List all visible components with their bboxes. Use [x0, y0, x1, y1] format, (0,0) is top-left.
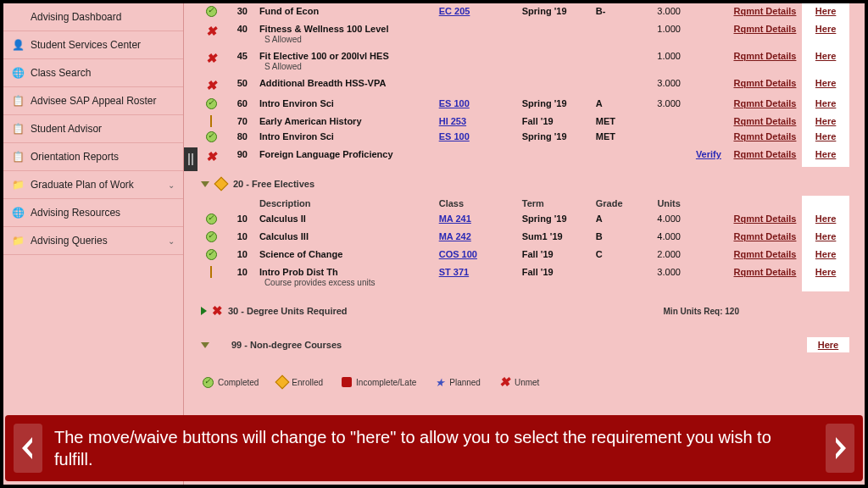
- rqmnt-details-link[interactable]: Rqmnt Details: [733, 131, 796, 141]
- sidebar-item-advising-queries[interactable]: 📁Advising Queries⌄: [3, 227, 183, 255]
- table-row: ✖90Foreign Language ProficiencyVerifyRqm…: [199, 147, 849, 167]
- row-term: Fall '19: [519, 114, 593, 129]
- unmet-icon: ✖: [206, 24, 217, 38]
- here-link[interactable]: Here: [815, 78, 836, 88]
- row-note: S Allowed: [259, 34, 432, 46]
- row-desc: Fund of Econ: [256, 3, 436, 21]
- row-seq: 10: [224, 247, 256, 264]
- row-note: S Allowed: [259, 61, 432, 73]
- table-row: 10Calculus IIIMA 242Sum1 '19B4.000Rqmnt …: [199, 229, 849, 247]
- rqmnt-details-link[interactable]: Rqmnt Details: [733, 267, 796, 277]
- sidebar-item-grad-plan[interactable]: 📁Graduate Plan of Work⌄: [3, 171, 183, 199]
- rqmnt-details-link[interactable]: Rqmnt Details: [733, 214, 796, 224]
- row-units: [643, 129, 693, 147]
- list-icon: 📋: [12, 151, 24, 163]
- row-grade: [593, 264, 643, 291]
- table-row: 10Intro Prob Dist ThCourse provides exce…: [199, 264, 849, 291]
- rqmnt-details-link[interactable]: Rqmnt Details: [733, 149, 796, 159]
- sidebar-item-student-advisor[interactable]: 📋Student Advisor: [3, 115, 183, 143]
- sidebar-item-sap-appeal[interactable]: 📋Advisee SAP Appeal Roster: [3, 87, 183, 115]
- sidebar-item-student-services[interactable]: 👤Student Services Center: [3, 31, 183, 59]
- row-grade: A: [593, 211, 643, 229]
- unmet-icon: ✖: [206, 51, 217, 65]
- rqmnt-details-link[interactable]: Rqmnt Details: [733, 231, 796, 241]
- table-row: 10Science of ChangeCOS 100Fall '19C2.000…: [199, 247, 849, 264]
- section-free-electives[interactable]: 20 - Free Electives: [199, 167, 849, 196]
- sidebar-item-orientation-reports[interactable]: 📋Orientation Reports: [3, 143, 183, 171]
- sidebar-item-label: Advising Queries: [31, 235, 108, 247]
- class-link[interactable]: MA 242: [439, 231, 471, 241]
- verify-link[interactable]: Verify: [696, 149, 721, 159]
- class-link[interactable]: ST 371: [439, 267, 469, 277]
- row-term: Spring '19: [519, 3, 593, 21]
- here-link[interactable]: Here: [815, 149, 836, 159]
- caption-text: The move/waive buttons will change to "h…: [54, 426, 814, 470]
- here-link[interactable]: Here: [815, 6, 836, 16]
- rqmnt-details-link[interactable]: Rqmnt Details: [733, 116, 796, 126]
- next-button[interactable]: [826, 424, 854, 473]
- chevron-down-icon: ⌄: [168, 236, 175, 246]
- row-units: 1.000: [643, 48, 693, 75]
- row-units: 4.000: [643, 229, 693, 247]
- class-link[interactable]: ES 100: [439, 98, 470, 108]
- table-row: 80Intro Environ SciES 100Spring '19METRq…: [199, 129, 849, 147]
- here-link[interactable]: Here: [815, 116, 836, 126]
- here-link[interactable]: Here: [815, 98, 836, 108]
- rqmnt-details-link[interactable]: Rqmnt Details: [733, 6, 796, 16]
- row-desc: Science of Change: [256, 247, 436, 264]
- enrolled-icon: [210, 266, 212, 278]
- row-seq: 45: [224, 48, 256, 75]
- row-desc: Early American History: [256, 114, 436, 129]
- list-icon: 📋: [12, 95, 24, 107]
- sidebar-item-label: Advisee SAP Appeal Roster: [31, 95, 157, 107]
- folder-icon: 📁: [12, 235, 24, 247]
- unmet-icon: ✖: [206, 149, 217, 164]
- person-icon: 👤: [12, 39, 24, 51]
- rqmnt-details-link[interactable]: Rqmnt Details: [733, 51, 796, 61]
- row-seq: 70: [224, 114, 256, 129]
- row-term: Sum1 '19: [519, 229, 593, 247]
- class-link[interactable]: COS 100: [439, 249, 477, 259]
- here-link[interactable]: Here: [815, 231, 836, 241]
- requirements-table-1: 30Fund of EconEC 205Spring '19B-3.000Rqm…: [199, 3, 849, 167]
- row-seq: 90: [224, 147, 256, 167]
- row-grade: A: [593, 96, 643, 114]
- row-grade: MET: [593, 114, 643, 129]
- here-link[interactable]: Here: [815, 131, 836, 141]
- sidebar-item-label: Orientation Reports: [31, 151, 119, 163]
- here-link[interactable]: Here: [815, 267, 836, 277]
- table-row: ✖45Fit Elective 100 or 200lvl HESS Allow…: [199, 48, 849, 75]
- collapse-icon: [201, 181, 209, 187]
- class-link[interactable]: EC 205: [439, 6, 470, 16]
- class-link[interactable]: MA 241: [439, 214, 471, 224]
- sidebar-item-advising-resources[interactable]: 🌐Advising Resources: [3, 199, 183, 227]
- legend-label: Planned: [449, 378, 481, 387]
- here-link[interactable]: Here: [815, 214, 836, 224]
- completed-icon: [203, 377, 214, 388]
- section-non-degree[interactable]: 99 - Non-degree Courses Here: [199, 325, 849, 359]
- row-seq: 10: [224, 264, 256, 291]
- class-link[interactable]: ES 100: [439, 131, 470, 141]
- sidebar: Advising Dashboard 👤Student Services Cen…: [3, 3, 184, 485]
- here-link[interactable]: Here: [818, 340, 838, 350]
- rqmnt-details-link[interactable]: Rqmnt Details: [733, 98, 796, 108]
- sidebar-item-label: Class Search: [31, 67, 91, 79]
- here-link[interactable]: Here: [815, 249, 836, 259]
- here-link[interactable]: Here: [815, 51, 836, 61]
- row-grade: [593, 48, 643, 75]
- row-grade: B: [593, 229, 643, 247]
- here-link[interactable]: Here: [815, 24, 836, 34]
- sidebar-item-advising-dashboard[interactable]: Advising Dashboard: [3, 3, 183, 31]
- completed-icon: [206, 231, 217, 242]
- rqmnt-details-link[interactable]: Rqmnt Details: [733, 249, 796, 259]
- prev-button[interactable]: [14, 424, 42, 473]
- class-link[interactable]: HI 253: [439, 116, 466, 126]
- rqmnt-details-link[interactable]: Rqmnt Details: [733, 24, 796, 34]
- section-title: 99 - Non-degree Courses: [231, 340, 342, 350]
- sidebar-item-class-search[interactable]: 🌐Class Search: [3, 59, 183, 87]
- section-degree-units[interactable]: ✖ 30 - Degree Units Required Min Units R…: [199, 291, 849, 325]
- sidebar-item-label: Advising Dashboard: [31, 11, 121, 23]
- completed-icon: [206, 98, 217, 109]
- row-term: [519, 21, 593, 48]
- rqmnt-details-link[interactable]: Rqmnt Details: [733, 78, 796, 88]
